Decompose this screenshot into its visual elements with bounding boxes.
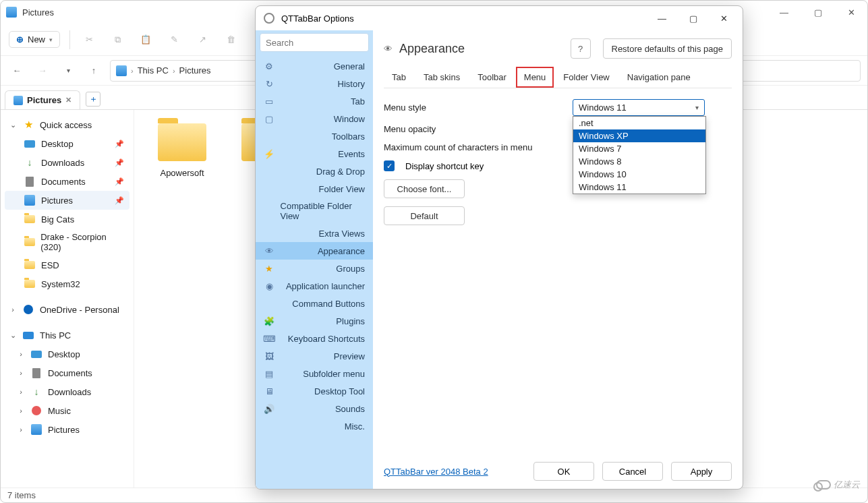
category-sounds[interactable]: 🔊Sounds	[256, 400, 373, 417]
category-cmdbtn[interactable]: Command Buttons	[256, 295, 373, 312]
close-icon[interactable]: ✕	[65, 96, 71, 105]
category-window[interactable]: ▢Window	[256, 110, 373, 127]
choose-font-button[interactable]: Choose font...	[384, 179, 465, 198]
sidebar-big-cats[interactable]: Big Cats	[5, 210, 129, 229]
dropdown-option[interactable]: Windows 10	[573, 168, 705, 181]
cancel-button[interactable]: Cancel	[602, 462, 663, 481]
sidebar-this-pc[interactable]: ⌄ This PC	[5, 326, 129, 345]
menu-style-dropdown[interactable]: .net Windows XP Windows 7 Windows 8 Wind…	[573, 116, 706, 194]
maximize-button[interactable]: ▢	[683, 11, 704, 26]
minimize-button[interactable]: —	[773, 6, 795, 19]
sidebar-drake[interactable]: Drake - Scorpion (320)	[5, 229, 129, 256]
minimize-button[interactable]: —	[651, 11, 673, 26]
dropdown-option[interactable]: Windows 8	[573, 155, 705, 168]
category-history[interactable]: ↻History	[256, 75, 373, 92]
sidebar-pc-pictures[interactable]: › Pictures	[5, 420, 129, 439]
sidebar-pc-desktop[interactable]: › Desktop	[5, 345, 129, 363]
close-button[interactable]: ✕	[714, 11, 734, 26]
breadcrumb-root[interactable]: This PC	[138, 65, 169, 76]
add-tab-button[interactable]: ＋	[86, 92, 100, 107]
category-plugins[interactable]: 🧩Plugins	[256, 312, 373, 330]
category-extra[interactable]: Extra Views	[256, 225, 373, 242]
share-icon[interactable]: ↗	[193, 30, 212, 49]
back-button[interactable]: ←	[7, 61, 26, 80]
subtab-toolbar[interactable]: Toolbar	[469, 67, 515, 88]
dropdown-option[interactable]: Windows 11	[573, 181, 705, 194]
category-folderview[interactable]: Folder View	[256, 180, 373, 198]
category-dragdrop[interactable]: Drag & Drop	[256, 162, 373, 180]
default-button[interactable]: Default	[384, 206, 465, 225]
category-label: Window	[334, 114, 365, 124]
category-label: Sounds	[335, 404, 365, 414]
pictures-icon	[31, 424, 42, 435]
menu-icon: ▤	[264, 368, 274, 379]
category-events[interactable]: ⚡Events	[256, 145, 373, 162]
sidebar-pc-downloads[interactable]: › ↓ Downloads	[5, 382, 129, 401]
category-groups[interactable]: ★Groups	[256, 260, 373, 277]
menu-style-select[interactable]: Windows 11 ▾	[573, 99, 705, 116]
paste-icon[interactable]: 📋	[136, 30, 155, 49]
subtab-skins[interactable]: Tab skins	[415, 67, 468, 88]
sidebar-label: This PC	[40, 330, 71, 341]
forward-button[interactable]: →	[33, 61, 52, 80]
rename-icon[interactable]: ✎	[165, 30, 183, 49]
category-misc[interactable]: Misc.	[256, 417, 373, 435]
sidebar-system32[interactable]: System32	[5, 274, 129, 293]
search-field[interactable]	[266, 38, 363, 48]
category-preview[interactable]: 🖼Preview	[256, 347, 373, 365]
tab-pictures[interactable]: Pictures ✕	[5, 90, 80, 109]
help-button[interactable]: ?	[571, 38, 591, 59]
sidebar-desktop[interactable]: Desktop 📌	[5, 134, 129, 153]
search-input[interactable]	[260, 33, 369, 52]
category-label: Plugins	[336, 316, 365, 326]
close-button[interactable]: ✕	[841, 6, 862, 19]
sidebar-label: ESD	[41, 260, 59, 270]
category-subfolder[interactable]: ▤Subfolder menu	[256, 365, 373, 382]
restore-label: Restore defaults of this page	[612, 44, 724, 54]
maximize-button[interactable]: ▢	[807, 6, 829, 19]
desktop-icon	[24, 140, 35, 148]
sidebar-downloads[interactable]: ↓ Downloads 📌	[5, 153, 129, 172]
subtab-menu[interactable]: Menu	[516, 67, 554, 88]
version-link[interactable]: QTTabBar ver 2048 Beta 2	[384, 467, 488, 477]
plus-icon: ⊕	[16, 34, 24, 45]
delete-icon[interactable]: 🗑	[221, 30, 240, 49]
checkbox-checked[interactable]: ✓	[384, 160, 395, 171]
sidebar-esd[interactable]: ESD	[5, 256, 129, 274]
events-icon: ⚡	[264, 148, 274, 159]
plugin-icon: 🧩	[264, 316, 274, 326]
sidebar-onedrive[interactable]: › OneDrive - Personal	[5, 300, 129, 319]
chevron-right-icon: ›	[17, 407, 25, 415]
sidebar-pc-documents[interactable]: › Documents	[5, 363, 129, 382]
new-button[interactable]: ⊕ New ▾	[9, 31, 60, 48]
dropdown-option[interactable]: Windows 7	[573, 142, 705, 155]
dropdown-option[interactable]: Windows XP	[573, 129, 705, 142]
cut-icon[interactable]: ✂	[80, 30, 98, 49]
category-compat[interactable]: Compatible Folder View	[256, 198, 373, 225]
eye-icon: 👁	[264, 245, 274, 256]
up-button[interactable]: ↑	[84, 61, 103, 80]
subtab-tab[interactable]: Tab	[384, 67, 414, 88]
sidebar-pictures[interactable]: Pictures 📌	[5, 191, 129, 210]
category-desktool[interactable]: 🖥Desktop Tool	[256, 382, 373, 400]
category-shortcuts[interactable]: ⌨Keyboard Shortcuts	[256, 330, 373, 347]
subtab-folderview[interactable]: Folder View	[555, 67, 617, 88]
category-launcher[interactable]: ◉Application launcher	[256, 277, 373, 295]
apply-button[interactable]: Apply	[671, 462, 732, 481]
folder-item[interactable]: Apowersoft	[145, 123, 219, 178]
status-text: 7 items	[7, 490, 36, 500]
chevron-down-icon[interactable]: ▾	[59, 61, 78, 80]
category-appearance[interactable]: 👁Appearance	[256, 242, 373, 260]
category-tab[interactable]: ▭Tab	[256, 92, 373, 110]
sidebar-documents[interactable]: Documents 📌	[5, 172, 129, 191]
breadcrumb-current[interactable]: Pictures	[179, 65, 211, 76]
category-general[interactable]: ⚙General	[256, 57, 373, 75]
sidebar-quick-access[interactable]: ⌄ ★ Quick access	[5, 115, 129, 134]
restore-defaults-button[interactable]: Restore defaults of this page	[603, 38, 732, 59]
sidebar-pc-music[interactable]: › Music	[5, 401, 129, 420]
dropdown-option[interactable]: .net	[573, 117, 705, 129]
ok-button[interactable]: OK	[533, 462, 594, 481]
category-toolbars[interactable]: Toolbars	[256, 127, 373, 145]
subtab-navpane[interactable]: Navigation pane	[619, 67, 699, 88]
copy-icon[interactable]: ⧉	[108, 30, 127, 49]
